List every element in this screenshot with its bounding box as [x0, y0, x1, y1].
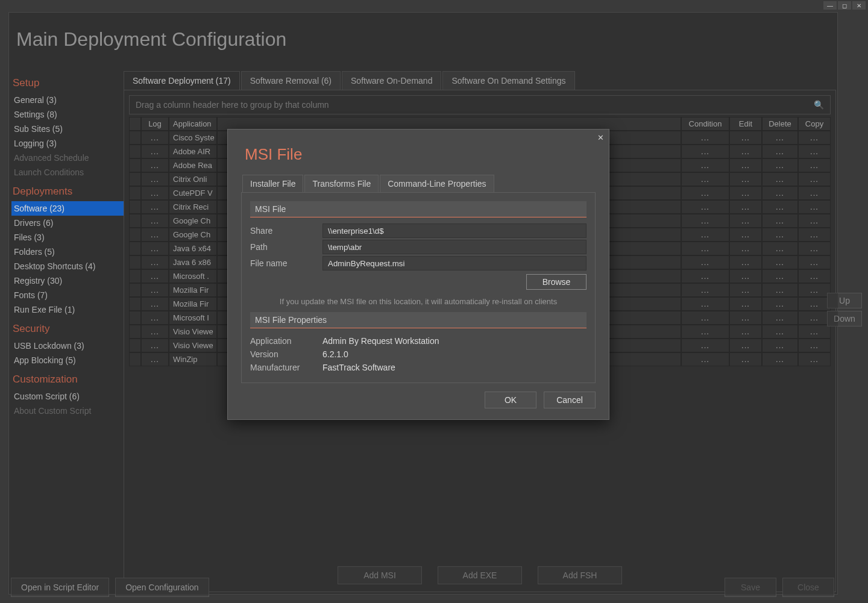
- cell-condition[interactable]: ...: [681, 145, 729, 158]
- cell-delete[interactable]: ...: [762, 297, 798, 311]
- dialog-tab[interactable]: Installer File: [242, 175, 303, 192]
- cell-log[interactable]: ...: [141, 339, 169, 352]
- cell-condition[interactable]: ...: [681, 297, 729, 311]
- cell-condition[interactable]: ...: [681, 325, 729, 339]
- cell-copy[interactable]: ...: [798, 352, 831, 366]
- cell-edit[interactable]: ...: [729, 339, 762, 352]
- sidebar-item[interactable]: About Custom Script: [11, 404, 124, 418]
- filename-input[interactable]: [322, 256, 587, 270]
- cell-delete[interactable]: ...: [762, 186, 798, 200]
- col-delete[interactable]: Delete: [762, 117, 798, 131]
- cell-log[interactable]: ...: [141, 186, 169, 200]
- open-script-editor-button[interactable]: Open in Script Editor: [11, 578, 109, 597]
- cell-log[interactable]: ...: [141, 311, 169, 325]
- maximize-button[interactable]: ◻: [838, 1, 851, 10]
- cell-copy[interactable]: ...: [798, 242, 831, 255]
- cell-log[interactable]: ...: [141, 158, 169, 172]
- cell-edit[interactable]: ...: [729, 255, 762, 269]
- cell-edit[interactable]: ...: [729, 352, 762, 366]
- row-handle[interactable]: [129, 325, 141, 339]
- col-condition[interactable]: Condition: [681, 117, 729, 131]
- search-icon[interactable]: 🔍: [814, 100, 824, 110]
- cell-condition[interactable]: ...: [681, 352, 729, 366]
- sidebar-item[interactable]: Folders (5): [11, 245, 124, 259]
- cell-condition[interactable]: ...: [681, 186, 729, 200]
- sidebar-item[interactable]: Desktop Shortcuts (4): [11, 259, 124, 273]
- path-input[interactable]: [322, 240, 587, 254]
- cell-delete[interactable]: ...: [762, 255, 798, 269]
- close-window-button[interactable]: ✕: [852, 1, 866, 10]
- row-handle[interactable]: [129, 200, 141, 214]
- cell-delete[interactable]: ...: [762, 311, 798, 325]
- sidebar-item[interactable]: Fonts (7): [11, 288, 124, 302]
- cell-edit[interactable]: ...: [729, 200, 762, 214]
- row-handle[interactable]: [129, 352, 141, 366]
- cell-edit[interactable]: ...: [729, 283, 762, 297]
- cell-condition[interactable]: ...: [681, 158, 729, 172]
- cell-copy[interactable]: ...: [798, 325, 831, 339]
- cell-log[interactable]: ...: [141, 172, 169, 186]
- sidebar-item[interactable]: Drivers (6): [11, 216, 124, 230]
- ok-button[interactable]: OK: [485, 392, 536, 408]
- cell-edit[interactable]: ...: [729, 297, 762, 311]
- cell-condition[interactable]: ...: [681, 269, 729, 283]
- sidebar-item[interactable]: Launch Conditions: [11, 165, 124, 180]
- move-up-button[interactable]: Up: [827, 293, 862, 308]
- cell-log[interactable]: ...: [141, 200, 169, 214]
- cell-delete[interactable]: ...: [762, 131, 798, 145]
- cancel-button[interactable]: Cancel: [544, 392, 596, 408]
- cell-copy[interactable]: ...: [798, 186, 831, 200]
- row-handle[interactable]: [129, 214, 141, 228]
- cell-log[interactable]: ...: [141, 325, 169, 339]
- sidebar-item[interactable]: Logging (3): [11, 136, 124, 151]
- row-handle[interactable]: [129, 339, 141, 352]
- col-edit[interactable]: Edit: [729, 117, 762, 131]
- col-log[interactable]: Log: [141, 117, 169, 131]
- row-handle[interactable]: [129, 311, 141, 325]
- cell-copy[interactable]: ...: [798, 255, 831, 269]
- cell-condition[interactable]: ...: [681, 214, 729, 228]
- cell-copy[interactable]: ...: [798, 200, 831, 214]
- cell-condition[interactable]: ...: [681, 242, 729, 255]
- cell-copy[interactable]: ...: [798, 339, 831, 352]
- row-handle[interactable]: [129, 283, 141, 297]
- cell-edit[interactable]: ...: [729, 172, 762, 186]
- cell-copy[interactable]: ...: [798, 269, 831, 283]
- cell-copy[interactable]: ...: [798, 283, 831, 297]
- cell-log[interactable]: ...: [141, 242, 169, 255]
- browse-button[interactable]: Browse: [526, 274, 587, 290]
- cell-delete[interactable]: ...: [762, 269, 798, 283]
- cell-edit[interactable]: ...: [729, 242, 762, 255]
- sidebar-item[interactable]: USB Lockdown (3): [11, 339, 124, 353]
- cell-delete[interactable]: ...: [762, 172, 798, 186]
- cell-copy[interactable]: ...: [798, 214, 831, 228]
- cell-log[interactable]: ...: [141, 283, 169, 297]
- open-configuration-button[interactable]: Open Configuration: [115, 578, 209, 597]
- row-handle[interactable]: [129, 131, 141, 145]
- row-handle[interactable]: [129, 186, 141, 200]
- dialog-close-icon[interactable]: ✕: [597, 133, 604, 142]
- cell-delete[interactable]: ...: [762, 339, 798, 352]
- cell-condition[interactable]: ...: [681, 255, 729, 269]
- cell-delete[interactable]: ...: [762, 242, 798, 255]
- cell-delete[interactable]: ...: [762, 200, 798, 214]
- cell-condition[interactable]: ...: [681, 339, 729, 352]
- tab[interactable]: Software Removal (6): [241, 71, 341, 90]
- cell-copy[interactable]: ...: [798, 158, 831, 172]
- cell-edit[interactable]: ...: [729, 214, 762, 228]
- cell-condition[interactable]: ...: [681, 283, 729, 297]
- cell-edit[interactable]: ...: [729, 228, 762, 242]
- sidebar-item[interactable]: Custom Script (6): [11, 389, 124, 404]
- cell-log[interactable]: ...: [141, 228, 169, 242]
- dialog-tab[interactable]: Command-Line Properties: [380, 175, 494, 192]
- group-by-hint[interactable]: Drag a column header here to group by th…: [129, 95, 831, 114]
- row-handle[interactable]: [129, 172, 141, 186]
- sidebar-item[interactable]: General (3): [11, 93, 124, 107]
- cell-delete[interactable]: ...: [762, 228, 798, 242]
- cell-log[interactable]: ...: [141, 352, 169, 366]
- sidebar-item[interactable]: Run Exe File (1): [11, 302, 124, 317]
- minimize-button[interactable]: —: [823, 1, 837, 10]
- tab[interactable]: Software On-Demand: [342, 71, 441, 90]
- cell-copy[interactable]: ...: [798, 297, 831, 311]
- cell-edit[interactable]: ...: [729, 269, 762, 283]
